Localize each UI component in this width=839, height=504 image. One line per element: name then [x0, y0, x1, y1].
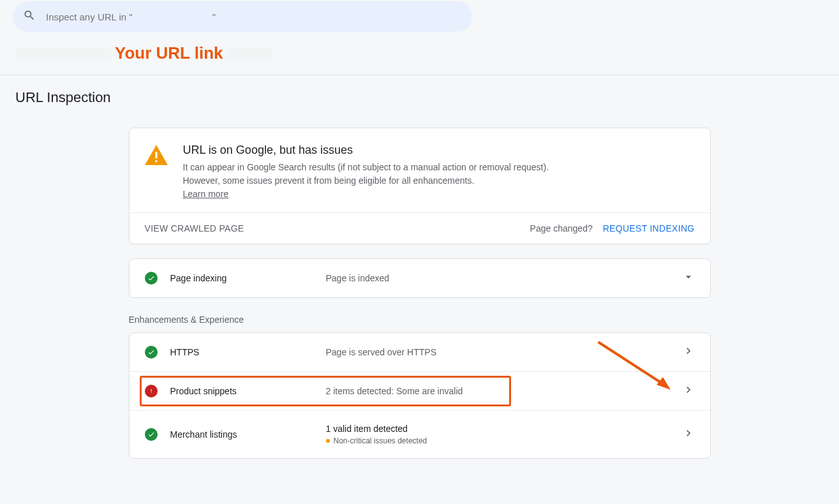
svg-rect-0	[155, 152, 157, 159]
error-icon	[145, 385, 158, 397]
status-card-actions: VIEW CRAWLED PAGE Page changed? REQUEST …	[130, 212, 710, 244]
merchant-value: 1 valid item detected	[326, 424, 427, 434]
inspected-url-row: Your URL link	[0, 32, 839, 75]
url-link-annotation: Your URL link	[115, 43, 223, 63]
enhancements-heading: Enhancements & Experience	[129, 315, 711, 325]
request-indexing-button[interactable]: REQUEST INDEXING	[603, 223, 695, 233]
view-crawled-button[interactable]: VIEW CRAWLED PAGE	[145, 223, 244, 233]
indexing-label: Page indexing	[170, 273, 326, 283]
chevron-right-icon	[682, 345, 695, 360]
merchant-sub-text: Non-critical issues detected	[334, 436, 427, 445]
main-panel: URL is on Google, but has issues It can …	[129, 128, 711, 459]
warning-dot-icon	[326, 439, 330, 443]
redacted-text	[15, 48, 111, 59]
merchant-sub: Non-critical issues detected	[326, 436, 427, 445]
status-description: It can appear in Google Search results (…	[183, 161, 579, 188]
search-input[interactable]	[46, 11, 462, 22]
url-inspect-search[interactable]	[13, 1, 472, 32]
product-snippets-row[interactable]: Product snippets 2 items detected: Some …	[130, 371, 710, 410]
check-icon	[145, 346, 158, 359]
product-snippets-label: Product snippets	[170, 386, 326, 396]
svg-rect-1	[155, 160, 157, 162]
enhancements-card: HTTPS Page is served over HTTPS Product …	[129, 332, 711, 459]
chevron-down-icon	[682, 271, 695, 286]
status-card: URL is on Google, but has issues It can …	[129, 128, 711, 244]
page-indexing-row[interactable]: Page indexing Page is indexed	[130, 259, 710, 297]
page-title: URL Inspection	[0, 75, 839, 106]
svg-rect-2	[151, 389, 151, 392]
svg-rect-3	[151, 392, 151, 393]
indexing-card: Page indexing Page is indexed	[129, 258, 711, 298]
merchant-listings-row[interactable]: Merchant listings 1 valid item detected …	[130, 410, 710, 458]
merchant-value-group: 1 valid item detected Non-critical issue…	[326, 424, 427, 445]
merchant-label: Merchant listings	[170, 429, 326, 440]
redacted-text	[227, 48, 272, 59]
https-row[interactable]: HTTPS Page is served over HTTPS	[130, 333, 710, 371]
svg-marker-5	[657, 377, 671, 390]
product-snippets-value: 2 items detected: Some are invalid	[326, 386, 463, 396]
learn-more-link[interactable]: Learn more	[183, 189, 229, 199]
check-icon	[145, 272, 158, 285]
status-header: URL is on Google, but has issues It can …	[130, 128, 710, 212]
status-title: URL is on Google, but has issues	[183, 144, 579, 157]
search-icon	[23, 9, 36, 24]
warning-icon	[145, 145, 168, 200]
indexing-value: Page is indexed	[326, 273, 390, 283]
chevron-right-icon	[682, 427, 695, 442]
https-value: Page is served over HTTPS	[326, 347, 437, 357]
chevron-right-icon	[682, 383, 695, 399]
https-label: HTTPS	[170, 347, 326, 357]
page-changed-label: Page changed?	[530, 223, 593, 233]
check-icon	[145, 428, 158, 441]
